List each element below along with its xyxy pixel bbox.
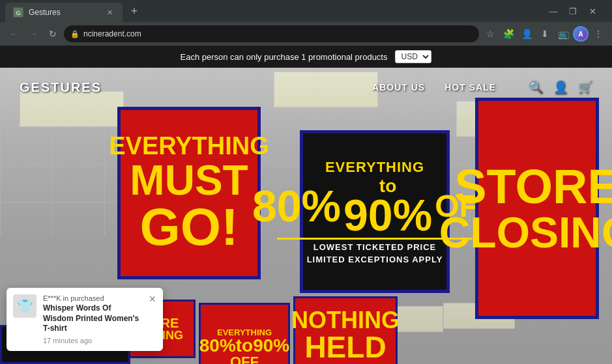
cart-icon[interactable]: 🛒: [578, 80, 592, 94]
toolbar-icons: ☆ 🧩 👤 ⬇ 📺 A ⋮: [482, 25, 607, 42]
sign-sc-line1: STORE: [454, 163, 612, 211]
minimize-button[interactable]: —: [544, 2, 562, 20]
extensions-icon[interactable]: 🧩: [500, 25, 517, 42]
sign-emg2-pct-text: 80%to90%: [199, 335, 290, 356]
nav-hot-sale[interactable]: HOT SALE: [444, 82, 496, 92]
url-text: ncineradent.com: [83, 29, 473, 38]
site-logo: GESTURES: [20, 80, 102, 95]
window-controls: — ❐ ✕: [544, 2, 607, 20]
tab-favicon: G: [13, 7, 23, 18]
search-icon[interactable]: 🔍: [529, 80, 543, 94]
popup-content: E***K in purchased Whisper Words Of Wisd…: [43, 294, 142, 344]
menu-icon[interactable]: ⋮: [590, 25, 607, 42]
sign-90-pct: 90%: [343, 195, 432, 235]
currency-selector[interactable]: USD EUR GBP: [395, 50, 431, 63]
nav-about-us[interactable]: ABOUT US: [372, 82, 425, 92]
notification-text: Each person can only purchase 1 promotio…: [181, 52, 388, 62]
sign-80-90-off: EVERYTHING 80% to 90% OFF LOWEST TICKETE…: [300, 130, 450, 293]
sign-nhb-line2: HELD: [304, 332, 386, 362]
sign-emg-line2: MUST: [130, 160, 248, 201]
account-icon[interactable]: 👤: [518, 25, 535, 42]
sign-sc-line2: CLOSING: [439, 211, 612, 254]
sign-store-closing-right: STORE CLOSING: [475, 98, 599, 319]
menu-icons: 🔍 👤 🛒: [529, 80, 592, 94]
sign-emg-line1: EVERYTHING: [109, 133, 269, 160]
sign-nhb-line1: NOTHING: [291, 309, 400, 332]
tab-close-button[interactable]: ✕: [104, 7, 115, 18]
website-content: EVERYTHING MUST GO! EVERYTHING 80% to 90…: [0, 46, 612, 364]
maximize-button[interactable]: ❐: [564, 2, 582, 20]
sign-emg2-pct: 80%to90%: [199, 337, 290, 355]
download-icon[interactable]: ⬇: [536, 25, 553, 42]
sign-80-pct: 80%: [252, 186, 341, 226]
active-tab[interactable]: G Gestures ✕: [5, 3, 123, 22]
site-menu: ABOUT US HOT SALE 🔍 👤 🛒: [372, 80, 592, 94]
new-tab-button[interactable]: +: [125, 2, 143, 20]
site-navigation: GESTURES ABOUT US HOT SALE 🔍 👤 🛒: [0, 68, 612, 107]
address-bar: ← → ↻ 🔒 ncineradent.com ☆ 🧩 👤 ⬇ 📺 A ⋮: [0, 22, 612, 46]
sign-nothing-held-back: NOTHING HELD BACK!: [293, 296, 398, 364]
purchase-notification-popup: 👕 E***K in purchased Whisper Words Of Wi…: [7, 288, 163, 351]
browser-chrome: G Gestures ✕ + — ❐ ✕ ← → ↻ 🔒 ncineradent…: [0, 0, 612, 46]
url-box[interactable]: 🔒 ncineradent.com: [64, 25, 479, 42]
svg-text:G: G: [16, 10, 20, 16]
close-button[interactable]: ✕: [583, 2, 602, 20]
sign-emg2-off: OFF: [230, 355, 259, 365]
lock-icon: 🔒: [70, 30, 80, 38]
back-button[interactable]: ←: [5, 25, 22, 42]
popup-product-name: Whisper Words Of Wisdom Printed Women's …: [43, 303, 142, 334]
refresh-button[interactable]: ↻: [44, 25, 61, 42]
popup-close-button[interactable]: ✕: [149, 294, 156, 303]
popup-product-image: 👕: [13, 294, 36, 318]
notification-bar: Each person can only purchase 1 promotio…: [0, 46, 612, 68]
tab-title: Gestures: [29, 8, 99, 17]
forward-button[interactable]: →: [25, 25, 42, 42]
cast-icon[interactable]: 📺: [555, 25, 572, 42]
user-icon[interactable]: 👤: [553, 80, 568, 94]
tab-bar: G Gestures ✕ + — ❐ ✕: [0, 0, 612, 22]
sign-everything-must-go: EVERYTHING MUST GO!: [117, 107, 261, 279]
popup-purchased-text: E***K in purchased: [43, 294, 142, 302]
bookmark-icon[interactable]: ☆: [482, 25, 499, 42]
sign-everything-80-90-small: EVERYTHING 80%to90% OFF: [199, 303, 290, 364]
sign-emg-line3: GO!: [139, 201, 238, 253]
profile-avatar[interactable]: A: [573, 26, 589, 42]
popup-time-ago: 17 minutes ago: [43, 337, 142, 344]
